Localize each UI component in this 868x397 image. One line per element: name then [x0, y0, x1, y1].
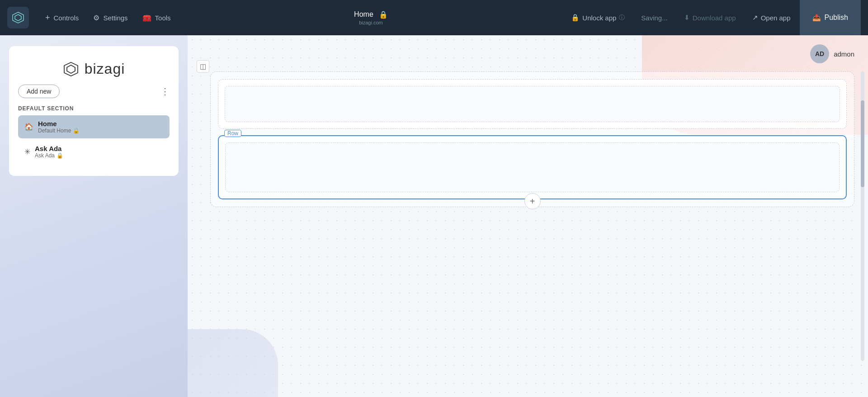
navbar: + Controls ⚙ Settings 🧰 Tools Home 🔒 biz… — [0, 0, 868, 35]
scrollbar-thumb — [861, 100, 864, 187]
saving-label: Saving... — [634, 10, 675, 25]
lock-icon: 🔒 — [379, 10, 388, 19]
add-new-label: Add new — [27, 88, 51, 95]
ask-ada-icon: ✳ — [24, 147, 30, 156]
plus-icon: + — [530, 196, 535, 207]
bizagi-logo-text: bizagi — [85, 61, 125, 77]
nav-item-ask-ada-sub: Ask Ada 🔒 — [35, 152, 63, 159]
navbar-right: 🔒 Unlock app ⓘ Saving... ⬇ Download app … — [564, 0, 861, 35]
avatar: AD — [810, 44, 829, 63]
download-label: Download app — [693, 14, 736, 22]
plus-icon: + — [45, 13, 50, 23]
publish-button[interactable]: 📤 Publish — [800, 0, 861, 35]
navbar-center: Home 🔒 bizagi.com — [178, 10, 564, 25]
unlock-button[interactable]: 🔒 Unlock app ⓘ — [564, 10, 632, 25]
unlock-label: Unlock app — [582, 14, 616, 22]
home-sublabel: bizagi.com — [359, 20, 383, 25]
bizagi-logo-icon — [63, 61, 79, 77]
canvas-lower-inner-box[interactable] — [225, 142, 840, 192]
canvas-area: ◫ AD admon Row — [188, 35, 868, 397]
collapse-icon: ◫ — [200, 62, 206, 71]
lock-icon: 🔒 — [73, 128, 80, 134]
svg-marker-2 — [64, 62, 78, 76]
download-button[interactable]: ⬇ Download app — [677, 10, 743, 25]
nav-item-home-sub: Default Home 🔒 — [38, 128, 80, 134]
open-app-button[interactable]: ↗ Open app — [745, 10, 798, 25]
user-initials: AD — [815, 50, 824, 57]
settings-button[interactable]: ⚙ Settings — [86, 10, 135, 26]
tools-button[interactable]: 🧰 Tools — [135, 10, 178, 26]
main-layout: bizagi Add new ⋮ DEFAULT SECTION 🏠 Home — [0, 35, 868, 397]
open-label: Open app — [761, 14, 791, 22]
tools-icon: 🧰 — [142, 14, 151, 22]
home-icon: 🏠 — [24, 123, 33, 131]
canvas-content: Row + — [210, 71, 854, 388]
sidebar-item-home[interactable]: 🏠 Home Default Home 🔒 — [18, 115, 170, 138]
nav-item-home-title: Home — [38, 120, 80, 128]
app-logo — [7, 7, 29, 28]
controls-label: Controls — [54, 14, 79, 22]
add-new-row: Add new ⋮ — [18, 85, 170, 98]
section-label: DEFAULT SECTION — [18, 105, 170, 112]
svg-marker-1 — [15, 14, 21, 21]
external-link-icon: ↗ — [752, 14, 758, 22]
canvas-outer-container: Row + — [210, 71, 854, 207]
sidebar: bizagi Add new ⋮ DEFAULT SECTION 🏠 Home — [0, 35, 188, 397]
settings-label: Settings — [103, 14, 127, 22]
nav-item-home-text: Home Default Home 🔒 — [38, 120, 80, 134]
lock-icon: 🔒 — [57, 152, 63, 159]
canvas-lower-row[interactable] — [218, 135, 847, 199]
row-label: Row — [224, 130, 241, 137]
tools-label: Tools — [155, 14, 171, 22]
canvas-upper-inner-box[interactable] — [225, 86, 840, 122]
nav-item-ask-ada-title: Ask Ada — [35, 145, 63, 152]
more-options-button[interactable]: ⋮ — [160, 86, 170, 97]
sidebar-card: bizagi Add new ⋮ DEFAULT SECTION 🏠 Home — [9, 46, 179, 176]
svg-marker-3 — [67, 65, 75, 73]
sidebar-item-ask-ada[interactable]: ✳ Ask Ada Ask Ada 🔒 — [18, 140, 170, 163]
add-new-button[interactable]: Add new — [18, 85, 60, 98]
gear-icon: ⚙ — [93, 14, 99, 22]
home-nav-item[interactable]: Home 🔒 bizagi.com — [354, 10, 388, 25]
more-icon: ⋮ — [160, 86, 170, 97]
user-area: AD admon — [810, 44, 854, 63]
canvas-upper-row[interactable] — [218, 79, 847, 129]
nav-item-ask-ada-text: Ask Ada Ask Ada 🔒 — [35, 145, 63, 159]
user-name: admon — [834, 50, 854, 58]
home-nav-label: Home — [354, 10, 373, 19]
download-icon: ⬇ — [684, 14, 690, 22]
sidebar-logo: bizagi — [18, 57, 170, 85]
controls-button[interactable]: + Controls — [38, 9, 86, 26]
svg-marker-0 — [13, 12, 24, 23]
collapse-sidebar-button[interactable]: ◫ — [197, 60, 209, 73]
canvas-scrollbar[interactable] — [861, 71, 864, 361]
lock-icon: 🔒 — [571, 14, 580, 22]
add-row-button[interactable]: + — [524, 193, 541, 209]
canvas-lower-row-wrapper: Row + — [218, 135, 847, 199]
publish-icon: 📤 — [812, 14, 821, 22]
info-icon: ⓘ — [619, 14, 625, 22]
publish-label: Publish — [825, 14, 848, 22]
